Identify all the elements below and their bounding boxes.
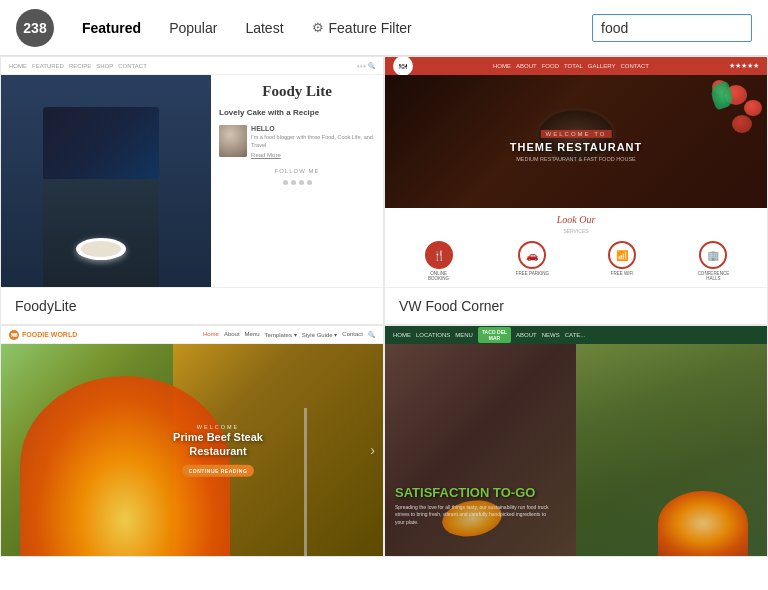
fw-logo: 🍽 FOODIE WORLD [9, 330, 77, 340]
fw-nav-links: Home About Menu Templates ▾ Style Guide … [203, 331, 375, 338]
fw-next-arrow: › [370, 442, 375, 458]
vw-conference-icon: 🏢 [699, 241, 727, 269]
tdm-subtitle: Spreading the love for all things tasty,… [395, 504, 555, 527]
vw-parking-icon: 🚗 [518, 241, 546, 269]
vw-service-parking: 🚗 FREE PARKING [516, 241, 549, 281]
fl-nav: HOME FEATURED RECIPE SHOP CONTACT ♦♦♦ 🔍 [1, 57, 383, 75]
vw-look-our: Look Our [393, 214, 759, 225]
gear-icon: ⚙ [312, 20, 324, 35]
fl-social-icon-3 [299, 180, 304, 185]
foody-lite-preview: HOME FEATURED RECIPE SHOP CONTACT ♦♦♦ 🔍 [1, 57, 383, 287]
tdm-logo-badge: TACO DELMAR [478, 327, 511, 343]
vw-logo: 🍽 [393, 57, 413, 76]
theme-count-badge: 238 [16, 9, 54, 47]
tdm-hero: SATISFACTION TO-GO Spreading the love fo… [385, 344, 767, 556]
fw-cta-button: CONTINUE READING [182, 464, 255, 476]
theme-name-vw-food-corner: VW Food Corner [399, 298, 504, 314]
fl-bio: I'm a food blogger with three Food, Cook… [251, 134, 375, 149]
feature-filter-label: Feature Filter [329, 20, 412, 36]
vw-hero: WELCOME TO THEME RESTAURANT MEDIUM RESTA… [385, 75, 767, 208]
vw-welcome: WELCOME TO [541, 129, 612, 137]
vw-icons-row: 🍴 ONLINE BOOKING 🚗 FREE PARKING 📶 FREE W… [393, 241, 759, 281]
fl-read-more: Read More [251, 152, 375, 158]
fl-hello: HELLO [251, 125, 375, 132]
fw-hero: WELCOME Prime Beef Steak Restaurant CONT… [1, 344, 383, 556]
fw-welcome-label: WELCOME [153, 424, 283, 430]
fl-social-icon-1 [283, 180, 288, 185]
fl-site-title: Foody Lite [219, 83, 375, 100]
fw-nav: 🍽 FOODIE WORLD Home About Menu Templates… [1, 326, 383, 344]
vw-service-booking: 🍴 ONLINE BOOKING [421, 241, 457, 281]
vw-hero-text: WELCOME TO THEME RESTAURANT MEDIUM RESTA… [510, 121, 643, 161]
fl-follow-me: FOLLOW ME [219, 168, 375, 174]
vw-booking-icon: 🍴 [425, 241, 453, 269]
theme-name-foody-lite: FoodyLite [15, 298, 76, 314]
fl-sidebar: Foody Lite Lovely Cake with a Recipe HEL… [211, 75, 383, 287]
search-input[interactable] [592, 14, 752, 42]
fw-hero-text: WELCOME Prime Beef Steak Restaurant CONT… [153, 424, 283, 477]
nav-tabs: Featured Popular Latest ⚙ Feature Filter [70, 14, 592, 42]
theme-card-vw-food-corner[interactable]: 🍽 HOME ABOUT FOOD TOTAL GALLERY CONTACT … [384, 56, 768, 325]
foodie-world-preview: 🍽 FOODIE WORLD Home About Menu Templates… [1, 326, 383, 556]
tdm-hero-text: SATISFACTION TO-GO Spreading the love fo… [395, 485, 555, 526]
vw-food-corner-preview: 🍽 HOME ABOUT FOOD TOTAL GALLERY CONTACT … [385, 57, 767, 287]
fl-social-icon-2 [291, 180, 296, 185]
vw-main-title: THEME RESTAURANT [510, 140, 643, 153]
themes-grid: HOME FEATURED RECIPE SHOP CONTACT ♦♦♦ 🔍 [0, 56, 768, 557]
fw-logo-icon: 🍽 [9, 330, 19, 340]
fl-social-icon-4 [307, 180, 312, 185]
vw-service-conference: 🏢 CONFERENCE HALLS [695, 241, 731, 281]
feature-filter-button[interactable]: ⚙ Feature Filter [300, 14, 424, 42]
theme-card-taco-del-mar[interactable]: HOME LOCATIONS MENU TACO DELMAR ABOUT NE… [384, 325, 768, 557]
vw-nav: 🍽 HOME ABOUT FOOD TOTAL GALLERY CONTACT … [385, 57, 767, 75]
fw-logo-text: FOODIE WORLD [22, 331, 77, 338]
vw-wifi-icon: 📶 [608, 241, 636, 269]
count-label: 238 [23, 20, 46, 36]
fl-hero [1, 75, 211, 287]
vw-services: Look Our SERVICES 🍴 ONLINE BOOKING 🚗 FRE… [385, 208, 767, 287]
vw-subtitle: MEDIUM RESTAURANT & FAST FOOD HOUSE [510, 156, 643, 162]
tab-latest[interactable]: Latest [233, 14, 295, 42]
taco-del-mar-preview: HOME LOCATIONS MENU TACO DELMAR ABOUT NE… [385, 326, 767, 556]
tab-featured[interactable]: Featured [70, 14, 153, 42]
tdm-nav: HOME LOCATIONS MENU TACO DELMAR ABOUT NE… [385, 326, 767, 344]
fw-main-title: Prime Beef Steak Restaurant [153, 430, 283, 459]
toolbar: 238 Featured Popular Latest ⚙ Feature Fi… [0, 0, 768, 56]
vw-service-wifi: 📶 FREE WIFI [608, 241, 636, 281]
search-box [592, 14, 752, 42]
theme-card-foody-lite[interactable]: HOME FEATURED RECIPE SHOP CONTACT ♦♦♦ 🔍 [0, 56, 384, 325]
vw-services-label: SERVICES [393, 228, 759, 234]
tdm-main-title: SATISFACTION TO-GO [395, 485, 555, 501]
tab-popular[interactable]: Popular [157, 14, 229, 42]
fl-post-title: Lovely Cake with a Recipe [219, 108, 375, 117]
theme-card-foodie-world[interactable]: 🍽 FOODIE WORLD Home About Menu Templates… [0, 325, 384, 557]
